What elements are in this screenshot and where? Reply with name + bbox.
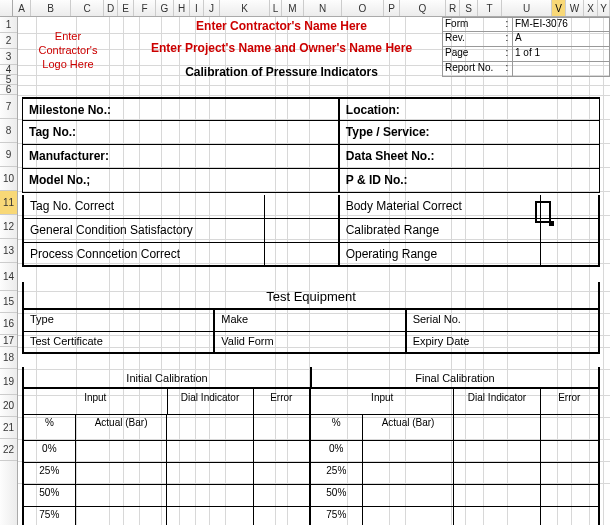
col-header-A[interactable]: A bbox=[13, 0, 31, 16]
col-header-V[interactable]: V bbox=[552, 0, 566, 16]
data-cell[interactable] bbox=[454, 507, 540, 525]
row-header-15[interactable]: 15 bbox=[0, 291, 17, 313]
row-header-10[interactable]: 10 bbox=[0, 167, 17, 191]
data-cell[interactable] bbox=[76, 507, 168, 525]
col-header-S[interactable]: S bbox=[460, 0, 478, 16]
col-header-H[interactable]: H bbox=[174, 0, 190, 16]
check-value[interactable] bbox=[265, 195, 340, 218]
data-cell[interactable] bbox=[254, 485, 311, 506]
col-error: Error bbox=[541, 389, 598, 414]
data-cell[interactable] bbox=[254, 507, 311, 525]
check-label: General Condition Satisfactory bbox=[24, 219, 265, 242]
check-label: Body Material Correct bbox=[340, 195, 541, 218]
col-header-G[interactable]: G bbox=[156, 0, 174, 16]
col-header-P[interactable]: P bbox=[384, 0, 400, 16]
col-header-Q[interactable]: Q bbox=[400, 0, 446, 16]
column-header-strip[interactable]: ABCDEFGHIJKLMNOPQRSTUVWXY bbox=[0, 0, 610, 17]
row-header-19[interactable]: 19 bbox=[0, 369, 17, 395]
field-label: Data Sheet No.: bbox=[340, 145, 599, 168]
row-header-20[interactable]: 20 bbox=[0, 395, 17, 417]
final-cal-label: Final Calibration bbox=[312, 367, 598, 387]
col-header-M[interactable]: M bbox=[282, 0, 304, 16]
check-value[interactable] bbox=[541, 243, 598, 265]
col-header-B[interactable]: B bbox=[31, 0, 71, 16]
data-cell[interactable] bbox=[167, 441, 253, 462]
col-header-N[interactable]: N bbox=[304, 0, 342, 16]
row-header-22[interactable]: 22 bbox=[0, 439, 17, 461]
data-cell[interactable] bbox=[541, 485, 598, 506]
row-header-12[interactable]: 12 bbox=[0, 215, 17, 239]
check-value[interactable] bbox=[265, 243, 340, 265]
meta-value: A bbox=[512, 32, 610, 46]
meta-value: 1 of 1 bbox=[512, 47, 610, 61]
field-label: P & ID No.: bbox=[340, 169, 599, 192]
col-header-O[interactable]: O bbox=[342, 0, 384, 16]
check-value[interactable] bbox=[265, 219, 340, 242]
row-header-14[interactable]: 14 bbox=[0, 263, 17, 291]
data-cell[interactable] bbox=[76, 441, 168, 462]
row-header-7[interactable]: 7 bbox=[0, 95, 17, 119]
data-cell[interactable] bbox=[363, 441, 455, 462]
meta-label: Report No. bbox=[442, 62, 502, 76]
col-header-R[interactable]: R bbox=[446, 0, 460, 16]
data-cell[interactable] bbox=[363, 463, 455, 484]
data-cell[interactable] bbox=[167, 485, 253, 506]
col-header-E[interactable]: E bbox=[118, 0, 134, 16]
col-header-C[interactable]: C bbox=[71, 0, 104, 16]
col-header-U[interactable]: U bbox=[502, 0, 552, 16]
check-label: Process Conncetion Correct bbox=[24, 243, 265, 265]
equip-label: Expiry Date bbox=[407, 332, 598, 352]
row-header-21[interactable]: 21 bbox=[0, 417, 17, 439]
meta-box: Form:FM-EI-3076Rev.:APage:1 of 1Report N… bbox=[442, 17, 610, 86]
data-cell[interactable] bbox=[363, 485, 455, 506]
row-header-3[interactable]: 3 bbox=[0, 49, 17, 65]
pct-cell: 50% bbox=[311, 485, 363, 506]
col-header-D[interactable]: D bbox=[104, 0, 118, 16]
data-cell[interactable] bbox=[167, 463, 253, 484]
data-cell[interactable] bbox=[76, 485, 168, 506]
pct-cell: 25% bbox=[311, 463, 363, 484]
col-header-Y[interactable]: Y bbox=[598, 0, 610, 16]
data-cell[interactable] bbox=[363, 507, 455, 525]
row-header-2[interactable]: 2 bbox=[0, 33, 17, 49]
data-cell[interactable] bbox=[254, 441, 311, 462]
col-header-W[interactable]: W bbox=[566, 0, 584, 16]
data-cell[interactable] bbox=[541, 463, 598, 484]
equipment-fields-block: TypeMakeSerial No.Test CertificateValid … bbox=[22, 310, 600, 354]
row-header-9[interactable]: 9 bbox=[0, 143, 17, 167]
row-header-16[interactable]: 16 bbox=[0, 313, 17, 335]
col-header-J[interactable]: J bbox=[204, 0, 220, 16]
row-header-17[interactable]: 17 bbox=[0, 335, 17, 347]
equip-label: Valid Form bbox=[215, 332, 406, 352]
col-header-F[interactable]: F bbox=[134, 0, 156, 16]
col-header-I[interactable]: I bbox=[190, 0, 204, 16]
row-header-6[interactable]: 6 bbox=[0, 85, 17, 95]
equip-label: Type bbox=[24, 310, 215, 331]
data-cell[interactable] bbox=[541, 507, 598, 525]
test-equipment-header: Test Equipment bbox=[22, 282, 600, 310]
data-cell[interactable] bbox=[76, 463, 168, 484]
row-header-1[interactable]: 1 bbox=[0, 17, 17, 33]
data-cell[interactable] bbox=[254, 463, 311, 484]
select-all-corner[interactable] bbox=[0, 0, 13, 16]
data-cell[interactable] bbox=[454, 463, 540, 484]
data-cell[interactable] bbox=[454, 485, 540, 506]
field-label: Location: bbox=[340, 99, 599, 120]
data-cell[interactable] bbox=[167, 507, 253, 525]
worksheet-area[interactable]: Enter Contractor's Logo Here Enter Contr… bbox=[18, 17, 610, 525]
row-header-18[interactable]: 18 bbox=[0, 347, 17, 369]
col-header-L[interactable]: L bbox=[270, 0, 282, 16]
field-label: Type / Service: bbox=[340, 121, 599, 144]
row-header-8[interactable]: 8 bbox=[0, 119, 17, 143]
col-header-T[interactable]: T bbox=[478, 0, 502, 16]
col-header-K[interactable]: K bbox=[220, 0, 270, 16]
row-header-strip[interactable]: 12345678910111213141516171819202122 bbox=[0, 17, 18, 525]
check-value[interactable] bbox=[541, 195, 598, 218]
data-cell[interactable] bbox=[541, 441, 598, 462]
initial-cal-label: Initial Calibration bbox=[24, 367, 312, 387]
col-header-X[interactable]: X bbox=[584, 0, 598, 16]
fill-handle[interactable] bbox=[549, 221, 554, 226]
row-header-11[interactable]: 11 bbox=[0, 191, 17, 215]
row-header-13[interactable]: 13 bbox=[0, 239, 17, 263]
data-cell[interactable] bbox=[454, 441, 540, 462]
